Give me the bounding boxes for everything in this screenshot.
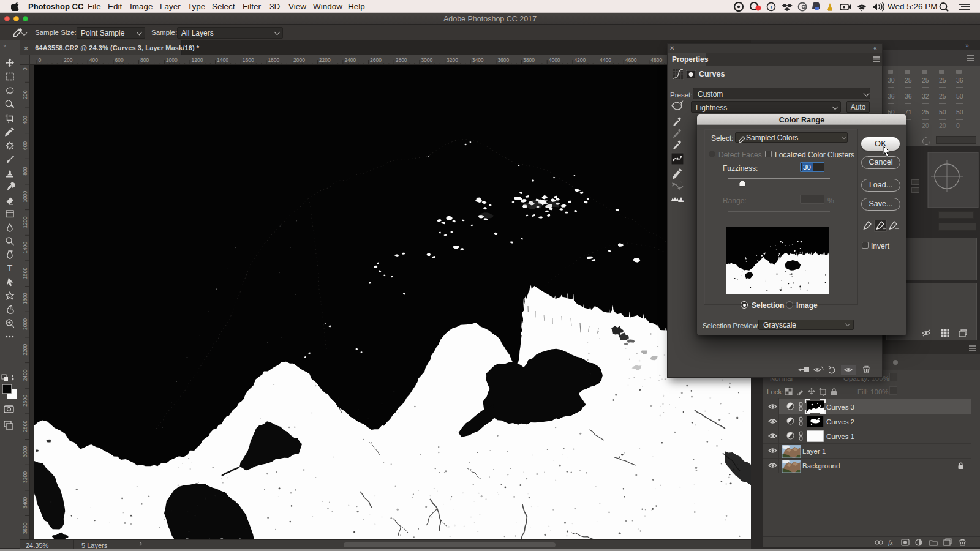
svg-text:1000: 1000 (22, 191, 28, 203)
svg-text:25: 25 (905, 77, 912, 84)
svg-text:0: 0 (956, 122, 960, 129)
svg-text:2800: 2800 (396, 57, 407, 63)
svg-text:2400: 2400 (22, 369, 28, 381)
svg-text:1600: 1600 (22, 268, 28, 279)
svg-text:2000: 2000 (293, 57, 305, 63)
svg-text:3200: 3200 (22, 471, 28, 483)
svg-text:3800: 3800 (523, 57, 535, 63)
svg-text:3600: 3600 (497, 57, 509, 63)
svg-text:!: ! (771, 4, 772, 10)
svg-text:30: 30 (888, 77, 895, 84)
svg-text:200: 200 (22, 90, 28, 99)
svg-text:4800: 4800 (650, 57, 662, 63)
svg-text:800: 800 (22, 167, 28, 175)
svg-text:50: 50 (939, 108, 946, 116)
svg-text:50: 50 (956, 108, 963, 116)
svg-text:3000: 3000 (22, 446, 28, 457)
svg-text:4600: 4600 (625, 57, 637, 63)
svg-text:1000: 1000 (166, 57, 178, 63)
svg-text:1800: 1800 (268, 57, 279, 63)
svg-text:2400: 2400 (344, 57, 356, 63)
svg-text:3600: 3600 (22, 522, 28, 534)
svg-text:»: » (3, 43, 6, 49)
svg-text:4200: 4200 (574, 57, 586, 63)
svg-text:36: 36 (905, 92, 912, 100)
svg-text:36: 36 (956, 77, 963, 84)
svg-text:2200: 2200 (319, 57, 331, 63)
svg-text:800: 800 (140, 57, 149, 63)
svg-text:2600: 2600 (22, 395, 28, 407)
svg-text:3200: 3200 (447, 57, 458, 63)
svg-text:400: 400 (89, 57, 98, 63)
svg-text:2000: 2000 (22, 318, 28, 330)
svg-text:50: 50 (956, 92, 963, 100)
svg-text:3400: 3400 (472, 57, 484, 63)
svg-text:T: T (7, 263, 13, 273)
svg-text:2600: 2600 (370, 57, 382, 63)
svg-text:1400: 1400 (22, 242, 28, 253)
svg-text:!: ! (682, 198, 684, 202)
svg-text:2800: 2800 (22, 420, 28, 432)
svg-text:20: 20 (939, 122, 946, 129)
svg-text:fx: fx (888, 539, 893, 546)
svg-text:0: 0 (22, 67, 28, 70)
svg-text:25: 25 (922, 77, 929, 84)
svg-text:36: 36 (888, 92, 895, 100)
svg-text:32: 32 (922, 92, 929, 100)
svg-text:1800: 1800 (22, 293, 28, 304)
svg-text:25: 25 (939, 92, 946, 100)
svg-text:600: 600 (115, 57, 124, 63)
svg-text:20: 20 (922, 122, 929, 129)
svg-text:0: 0 (39, 57, 42, 63)
svg-text:200: 200 (64, 57, 72, 63)
svg-text:4000: 4000 (549, 57, 560, 63)
svg-text:4400: 4400 (600, 57, 611, 63)
svg-text:2200: 2200 (22, 344, 28, 356)
svg-text:71: 71 (905, 108, 912, 116)
svg-text:400: 400 (22, 116, 28, 124)
svg-text:3400: 3400 (22, 497, 28, 508)
svg-text:1400: 1400 (217, 57, 228, 63)
svg-text:1600: 1600 (243, 57, 254, 63)
svg-text:25: 25 (922, 108, 929, 116)
svg-text:25: 25 (939, 77, 946, 84)
svg-text:600: 600 (22, 141, 28, 150)
svg-text:3000: 3000 (421, 57, 432, 63)
svg-text:1200: 1200 (192, 57, 203, 63)
svg-text:1200: 1200 (22, 216, 28, 228)
